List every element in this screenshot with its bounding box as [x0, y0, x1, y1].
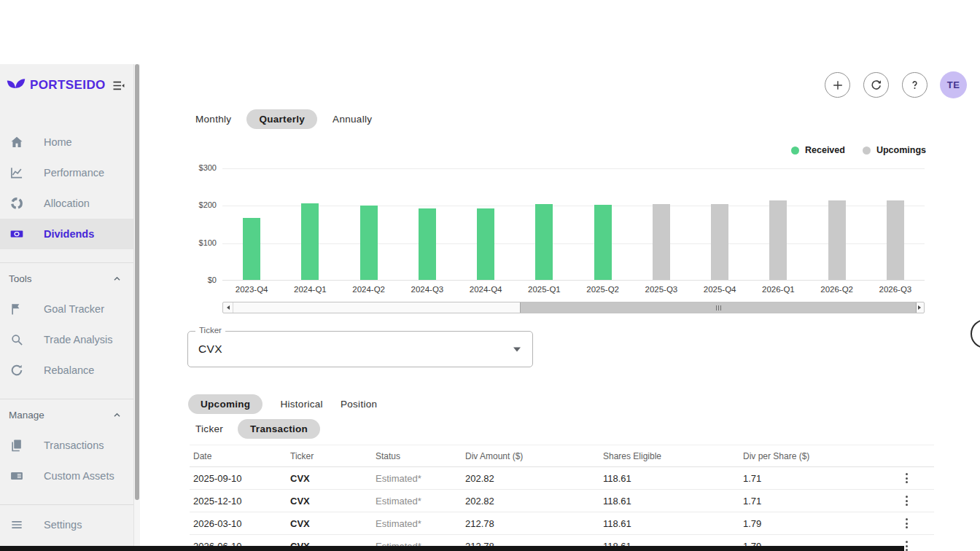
chevron-up-icon[interactable] — [111, 273, 123, 285]
row-menu-kebab-icon[interactable] — [900, 470, 914, 486]
y-tick-label: $300 — [199, 163, 217, 172]
sidebar-item-dividends[interactable]: Dividends — [0, 219, 133, 249]
cell-dps: 1.71 — [739, 473, 879, 484]
line-chart-icon — [9, 165, 25, 181]
cell-ticker: CVX — [287, 518, 372, 529]
bar-2024-q1[interactable] — [301, 203, 319, 280]
legend-item-received: Received — [791, 145, 845, 155]
section-label: Tools — [9, 273, 32, 284]
sidebar-item-label: Custom Assets — [44, 470, 114, 482]
bar-2025-q3[interactable] — [653, 204, 670, 280]
scroll-left-arrow-icon[interactable] — [223, 302, 233, 313]
sidebar-item-label: Transactions — [44, 439, 104, 451]
tab-upcoming[interactable]: Upcoming — [188, 394, 262, 414]
sidebar-item-rebalance[interactable]: Rebalance — [0, 355, 133, 386]
tab-ticker[interactable]: Ticker — [195, 419, 223, 439]
x-tick-label: 2026-Q1 — [749, 285, 807, 294]
sidebar-item-label: Trade Analysis — [44, 334, 113, 345]
rebalance-icon — [9, 362, 25, 378]
ticker-select[interactable]: Ticker CVX — [187, 331, 533, 367]
cell-dps: 1.79 — [739, 518, 879, 529]
tab-transaction[interactable]: Transaction — [238, 419, 320, 439]
refresh-button[interactable] — [863, 72, 889, 98]
chart-scrollbar-thumb[interactable] — [520, 302, 917, 313]
sidebar-item-label: Rebalance — [44, 364, 94, 376]
bar-2023-q4[interactable] — [243, 218, 260, 280]
card-icon — [9, 468, 25, 484]
scroll-right-arrow-icon[interactable] — [914, 302, 924, 313]
cell-date: 2025-12-10 — [190, 496, 287, 507]
bar-2025-q2[interactable] — [594, 205, 612, 280]
screen-edge-artifact — [0, 546, 904, 551]
x-tick-label: 2025-Q4 — [691, 285, 749, 294]
cell-amount: 202.82 — [462, 496, 599, 507]
chart-y-axis: $0$100$200$300 — [179, 168, 217, 281]
x-tick-label: 2024-Q2 — [340, 285, 398, 294]
sidebar-item-goal-tracker[interactable]: Goal Tracker — [0, 294, 133, 324]
view-tabs: UpcomingHistoricalPosition — [188, 394, 377, 414]
portseido-app: PORTSEIDO HomePerformanceAllocationDivid… — [0, 0, 980, 551]
row-menu-kebab-icon[interactable] — [900, 515, 914, 531]
sidebar-item-home[interactable]: Home — [0, 127, 133, 157]
legend-dot-icon — [863, 146, 871, 155]
sidebar-scrollbar[interactable] — [133, 64, 140, 551]
y-tick-label: $200 — [199, 200, 217, 209]
col-header-ticker: Ticker — [287, 451, 372, 461]
chart-legend: ReceivedUpcomings — [791, 145, 926, 155]
cell-shares: 118.61 — [599, 518, 739, 529]
sidebar-collapse-icon[interactable] — [111, 78, 126, 93]
sidebar-item-trade-analysis[interactable]: Trade Analysis — [0, 324, 133, 355]
x-tick-label: 2025-Q3 — [632, 285, 691, 294]
bar-2026-q1[interactable] — [769, 200, 787, 280]
donut-icon — [9, 195, 25, 211]
table-row: 2025-12-10CVXEstimated*202.82118.611.71 — [190, 490, 934, 512]
tab-quarterly[interactable]: Quarterly — [246, 109, 317, 129]
x-tick-label: 2024-Q4 — [456, 285, 515, 294]
cell-dps: 1.71 — [739, 496, 879, 507]
ticker-select-label: Ticker — [195, 326, 225, 335]
sidebar-item-custom-assets[interactable]: Custom Assets — [0, 461, 133, 491]
bar-2026-q2[interactable] — [828, 200, 846, 280]
chart-scrollbar[interactable] — [222, 302, 925, 313]
sidebar-item-label: Allocation — [44, 198, 90, 209]
bar-2026-q3[interactable] — [887, 200, 904, 280]
bar-2025-q1[interactable] — [535, 204, 553, 280]
sidebar-item-label: Home — [44, 136, 72, 148]
row-menu-kebab-icon[interactable] — [900, 493, 914, 509]
legend-label: Upcomings — [876, 145, 926, 155]
sidebar-item-settings[interactable]: Settings — [0, 509, 133, 540]
help-button[interactable] — [902, 72, 928, 98]
x-tick-label: 2025-Q1 — [515, 285, 573, 294]
tab-monthly[interactable]: Monthly — [195, 109, 231, 129]
bar-2025-q4[interactable] — [711, 204, 728, 280]
tab-annually[interactable]: Annually — [332, 109, 372, 129]
section-header-tools[interactable]: Tools — [0, 263, 133, 294]
sidebar-nav: HomePerformanceAllocationDividendsToolsG… — [0, 127, 133, 491]
plus-icon — [831, 78, 845, 93]
sidebar-item-label: Settings — [44, 519, 82, 531]
sidebar-item-transactions[interactable]: Transactions — [0, 430, 133, 461]
x-tick-label: 2024-Q3 — [398, 285, 456, 294]
avatar[interactable]: TE — [940, 71, 967, 98]
cell-amount: 202.82 — [462, 473, 599, 484]
bar-2024-q2[interactable] — [360, 206, 378, 280]
bar-2024-q4[interactable] — [477, 208, 494, 280]
section-header-manage[interactable]: Manage — [0, 399, 133, 430]
table-body: 2025-09-10CVXEstimated*202.82118.611.712… — [190, 467, 934, 551]
sidebar-item-label: Goal Tracker — [44, 303, 104, 315]
y-tick-label: $0 — [208, 276, 217, 284]
sidebar-item-allocation[interactable]: Allocation — [0, 188, 133, 219]
sidebar-item-performance[interactable]: Performance — [0, 157, 133, 188]
bar-2024-q3[interactable] — [419, 208, 436, 280]
tab-position[interactable]: Position — [341, 394, 377, 414]
edge-floating-button[interactable] — [971, 319, 980, 348]
sidebar: PORTSEIDO HomePerformanceAllocationDivid… — [0, 64, 133, 551]
sidebar-scrollbar-thumb[interactable] — [135, 64, 139, 500]
tab-historical[interactable]: Historical — [280, 394, 323, 414]
col-header-shares-eligible: Shares Eligible — [599, 451, 739, 461]
x-tick-label: 2025-Q2 — [574, 285, 632, 294]
chevron-down-icon — [513, 348, 521, 352]
add-button[interactable] — [825, 72, 850, 98]
flag-icon — [9, 301, 25, 317]
chevron-up-icon[interactable] — [111, 409, 123, 421]
